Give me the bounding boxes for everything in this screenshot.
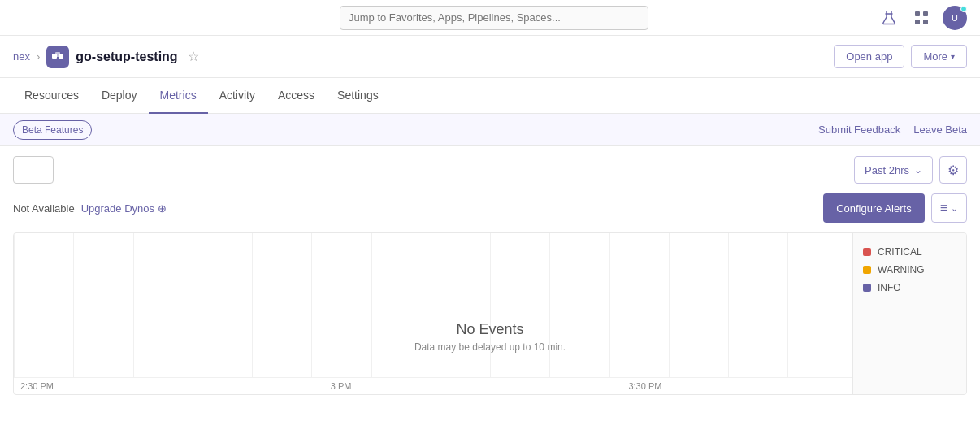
app-name: go-setup-testing: [76, 50, 177, 64]
upgrade-dynos-label: Upgrade Dynos: [81, 202, 154, 215]
dynos-left: Not Available Upgrade Dynos ⊕: [13, 202, 167, 215]
open-app-button[interactable]: Open app: [834, 45, 904, 68]
tab-resources[interactable]: Resources: [13, 78, 90, 114]
dynos-right: Configure Alerts ≡ ⌄: [823, 193, 967, 223]
app-logo-icon: [46, 46, 69, 68]
legend-color-critical: [863, 248, 871, 256]
time-range-label: Past 2hrs: [865, 164, 909, 176]
filter-sort-chevron-icon: ⌄: [951, 203, 958, 214]
legend-item-critical: CRITICAL: [863, 246, 956, 258]
more-button[interactable]: More ▾: [911, 45, 967, 68]
grid-icon[interactable]: [910, 7, 933, 29]
chart-area: No Events Data may be delayed up to 10 m…: [13, 232, 967, 395]
legend-item-warning: WARNING: [863, 264, 956, 276]
beta-links: Submit Feedback Leave Beta: [818, 124, 967, 136]
time-range-chevron-icon: ⌄: [914, 164, 922, 176]
leave-beta-link[interactable]: Leave Beta: [913, 124, 967, 136]
chart-label-2: 3:30 PM: [628, 381, 661, 391]
filter-sort-icon: ≡: [940, 201, 947, 215]
avatar[interactable]: U: [943, 6, 967, 30]
tab-activity[interactable]: Activity: [208, 78, 267, 114]
legend-label-critical: CRITICAL: [878, 246, 922, 258]
chart-label-0: 2:30 PM: [20, 381, 54, 391]
search-bar-container: [111, 6, 878, 30]
beta-features-badge[interactable]: Beta Features: [13, 120, 92, 140]
no-events-subtitle: Data may be delayed up to 10 min.: [414, 341, 566, 353]
app-header-left: nex › go-setup-testing ☆: [13, 46, 202, 68]
not-available-label: Not Available: [13, 202, 75, 215]
breadcrumb-separator: ›: [37, 50, 40, 63]
favorite-star-button[interactable]: ☆: [184, 46, 202, 67]
tab-metrics[interactable]: Metrics: [149, 78, 208, 114]
svg-rect-4: [923, 20, 928, 24]
dynos-row: Not Available Upgrade Dynos ⊕ Configure …: [13, 193, 967, 223]
sub-nav: Resources Deploy Metrics Activity Access…: [0, 78, 980, 114]
filter-sort-button[interactable]: ≡ ⌄: [931, 193, 967, 223]
dyno-type-selector[interactable]: [13, 156, 54, 184]
main-content: Past 2hrs ⌄ ⚙ Not Available Upgrade Dyno…: [0, 146, 980, 405]
controls-row: Past 2hrs ⌄ ⚙: [13, 156, 967, 184]
search-input[interactable]: [340, 6, 648, 30]
submit-feedback-link[interactable]: Submit Feedback: [818, 124, 900, 136]
app-header: nex › go-setup-testing ☆ Open app More ▾: [0, 36, 980, 78]
beta-banner: Beta Features Submit Feedback Leave Beta: [0, 114, 980, 146]
configure-alerts-button[interactable]: Configure Alerts: [823, 193, 925, 223]
upgrade-dynos-icon: ⊕: [158, 202, 167, 215]
svg-rect-1: [915, 11, 920, 16]
svg-rect-3: [915, 20, 920, 24]
tab-access[interactable]: Access: [267, 78, 326, 114]
top-nav: U: [0, 0, 980, 36]
legend-label-info: INFO: [878, 282, 901, 293]
avatar-initials: U: [952, 13, 958, 23]
settings-gear-button[interactable]: ⚙: [939, 156, 967, 184]
chart-time-labels: 2:30 PM 3 PM 3:30 PM 4 PM: [14, 377, 966, 394]
svg-rect-7: [55, 52, 60, 57]
legend-color-warning: [863, 266, 871, 274]
legend-color-info: [863, 284, 871, 292]
time-range-button[interactable]: Past 2hrs ⌄: [854, 156, 933, 184]
more-button-label: More: [923, 50, 947, 63]
legend-label-warning: WARNING: [878, 264, 925, 276]
flask-icon[interactable]: [878, 7, 900, 29]
legend-item-info: INFO: [863, 282, 956, 293]
controls-left: [13, 156, 54, 184]
gear-icon: ⚙: [947, 163, 959, 178]
svg-rect-2: [923, 11, 928, 16]
more-chevron-icon: ▾: [951, 52, 955, 61]
tab-settings[interactable]: Settings: [326, 78, 390, 114]
chart-grid: No Events Data may be delayed up to 10 m…: [14, 233, 966, 377]
chart-content: No Events Data may be delayed up to 10 m…: [14, 233, 966, 394]
upgrade-dynos-link[interactable]: Upgrade Dynos ⊕: [81, 202, 167, 215]
app-header-right: Open app More ▾: [834, 45, 967, 68]
tab-deploy[interactable]: Deploy: [90, 78, 149, 114]
chart-legend: CRITICAL WARNING INFO: [852, 233, 966, 394]
avatar-notification-dot: [960, 6, 967, 12]
no-events-title: No Events: [414, 321, 566, 338]
chart-label-1: 3 PM: [331, 381, 352, 391]
chart-empty-state: No Events Data may be delayed up to 10 m…: [414, 321, 566, 353]
top-nav-right: U: [878, 6, 967, 30]
controls-right: Past 2hrs ⌄ ⚙: [854, 156, 967, 184]
breadcrumb-link[interactable]: nex: [13, 50, 30, 63]
